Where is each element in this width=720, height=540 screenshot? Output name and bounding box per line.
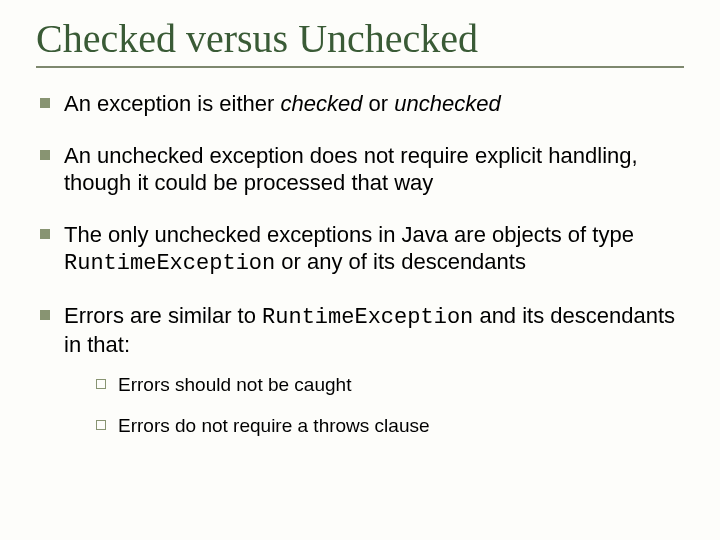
bullet-text: or: [362, 91, 394, 116]
bullet-text: An unchecked exception does not require …: [64, 143, 638, 196]
sub-bullet-list: Errors should not be caught Errors do no…: [94, 373, 684, 439]
bullet-item: The only unchecked exceptions in Java ar…: [36, 221, 684, 278]
slide-title: Checked versus Unchecked: [36, 18, 684, 60]
bullet-text: Errors are similar to: [64, 303, 262, 328]
bullet-list: An exception is either checked or unchec…: [36, 90, 684, 438]
bullet-item: An exception is either checked or unchec…: [36, 90, 684, 118]
bullet-text-italic: unchecked: [394, 91, 500, 116]
title-divider: Checked versus Unchecked: [36, 18, 684, 68]
bullet-item: An unchecked exception does not require …: [36, 142, 684, 197]
slide: Checked versus Unchecked An exception is…: [0, 0, 720, 540]
sub-bullet-item: Errors should not be caught: [94, 373, 684, 397]
bullet-text-mono: RuntimeException: [262, 305, 473, 330]
sub-bullet-text: Errors do not require a throws clause: [118, 415, 430, 436]
bullet-text-mono: RuntimeException: [64, 251, 275, 276]
bullet-text: An exception is either: [64, 91, 280, 116]
bullet-text-italic: checked: [280, 91, 362, 116]
bullet-text: The only unchecked exceptions in Java ar…: [64, 222, 634, 247]
sub-bullet-item: Errors do not require a throws clause: [94, 414, 684, 438]
bullet-item: Errors are similar to RuntimeException a…: [36, 302, 684, 439]
sub-bullet-text: Errors should not be caught: [118, 374, 351, 395]
bullet-text: or any of its descendants: [275, 249, 526, 274]
